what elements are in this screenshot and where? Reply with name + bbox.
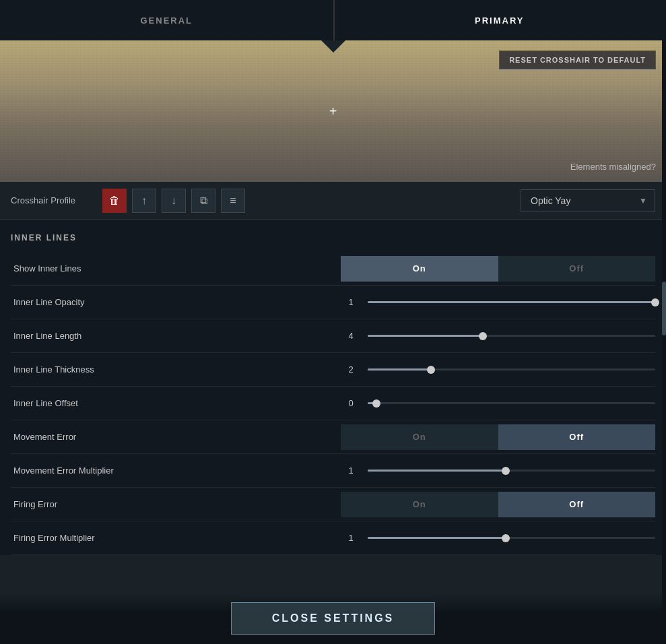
- slider-value-movement-error-multiplier: 1: [341, 465, 361, 476]
- settings-body: INNER LINES Show Inner LinesOnOffInner L…: [0, 220, 666, 555]
- slider-thumb-inner-line-offset[interactable]: [372, 399, 380, 408]
- control-inner-line-offset: 0: [341, 398, 655, 408]
- setting-row-movement-error-multiplier: Movement Error Multiplier1: [11, 454, 655, 488]
- slider-track-firing-error-multiplier[interactable]: [368, 537, 655, 539]
- slider-value-inner-line-length: 4: [341, 331, 361, 341]
- crosshair-preview: + RESET CROSSHAIR TO DEFAULT Elements mi…: [0, 40, 666, 182]
- scrollbar-thumb[interactable]: [662, 282, 666, 335]
- slider-value-inner-line-thickness: 2: [341, 364, 361, 375]
- slider-thumb-firing-error-multiplier[interactable]: [502, 534, 510, 542]
- delete-profile-button[interactable]: 🗑: [102, 189, 127, 213]
- copy-profile-button[interactable]: ⧉: [191, 189, 215, 213]
- control-show-inner-lines: OnOff: [341, 256, 655, 282]
- toggle-show-inner-lines-off[interactable]: Off: [498, 256, 656, 282]
- profile-bar: Crosshair Profile 🗑 ↑ ↓ ⧉ ≡ Optic Yay ▼: [0, 182, 666, 220]
- slider-fill-firing-error-multiplier: [368, 537, 506, 539]
- control-inner-line-thickness: 2: [341, 364, 655, 375]
- download-profile-button[interactable]: ↓: [162, 189, 186, 213]
- profile-select-wrapper: Optic Yay ▼: [521, 189, 655, 212]
- tabs-bar: GENERAL PRIMARY: [0, 0, 666, 40]
- settings-rows: Show Inner LinesOnOffInner Line Opacity1…: [11, 252, 655, 555]
- profile-select[interactable]: Optic Yay: [521, 189, 655, 212]
- control-movement-error: OnOff: [341, 424, 655, 450]
- slider-fill-movement-error-multiplier: [368, 470, 506, 472]
- label-firing-error-multiplier: Firing Error Multiplier: [11, 533, 341, 543]
- upload-icon: ↑: [141, 195, 147, 207]
- slider-track-inner-line-offset[interactable]: [368, 402, 655, 404]
- slider-fill-inner-line-opacity: [368, 301, 655, 303]
- label-inner-line-opacity: Inner Line Opacity: [11, 297, 341, 307]
- profile-label: Crosshair Profile: [11, 195, 92, 205]
- crosshair-symbol: +: [329, 104, 337, 119]
- control-movement-error-multiplier: 1: [341, 465, 655, 476]
- setting-row-inner-line-length: Inner Line Length4: [11, 319, 655, 353]
- section-title-inner-lines: INNER LINES: [11, 233, 655, 243]
- close-button-wrapper: CLOSE SETTINGS: [0, 593, 666, 644]
- setting-row-firing-error-multiplier: Firing Error Multiplier1: [11, 521, 655, 555]
- tab-active-indicator: [321, 40, 345, 53]
- slider-thumb-inner-line-length[interactable]: [479, 332, 487, 340]
- slider-track-movement-error-multiplier[interactable]: [368, 470, 655, 472]
- toggle-movement-error-on[interactable]: On: [341, 424, 498, 450]
- control-firing-error: OnOff: [341, 492, 655, 517]
- label-inner-line-thickness: Inner Line Thickness: [11, 364, 341, 375]
- copy-icon: ⧉: [200, 195, 207, 207]
- slider-fill-inner-line-thickness: [368, 368, 431, 371]
- setting-row-inner-line-thickness: Inner Line Thickness2: [11, 353, 655, 387]
- scrollbar-track[interactable]: [662, 40, 666, 644]
- toggle-firing-error-off[interactable]: Off: [498, 492, 656, 517]
- label-inner-line-offset: Inner Line Offset: [11, 398, 341, 408]
- slider-value-inner-line-offset: 0: [341, 398, 361, 408]
- label-firing-error: Firing Error: [11, 499, 341, 509]
- control-inner-line-length: 4: [341, 331, 655, 341]
- toggle-firing-error-on[interactable]: On: [341, 492, 498, 517]
- slider-track-inner-line-opacity[interactable]: [368, 301, 655, 303]
- close-settings-button[interactable]: CLOSE SETTINGS: [231, 602, 436, 635]
- slider-fill-inner-line-length: [368, 335, 483, 337]
- import-icon: ≡: [230, 195, 236, 207]
- slider-track-inner-line-thickness[interactable]: [368, 368, 655, 371]
- slider-thumb-inner-line-opacity[interactable]: [651, 298, 659, 307]
- reset-crosshair-button[interactable]: RESET CROSSHAIR TO DEFAULT: [499, 51, 656, 69]
- import-profile-button[interactable]: ≡: [221, 189, 245, 213]
- slider-value-inner-line-opacity: 1: [341, 297, 361, 307]
- setting-row-inner-line-opacity: Inner Line Opacity1: [11, 286, 655, 319]
- label-movement-error: Movement Error: [11, 432, 341, 442]
- slider-value-firing-error-multiplier: 1: [341, 533, 361, 543]
- slider-track-inner-line-length[interactable]: [368, 335, 655, 337]
- misaligned-text: Elements misaligned?: [570, 162, 656, 172]
- label-show-inner-lines: Show Inner Lines: [11, 263, 341, 273]
- toggle-movement-error-off[interactable]: Off: [498, 424, 656, 450]
- toggle-show-inner-lines-on[interactable]: On: [341, 256, 498, 282]
- slider-thumb-inner-line-thickness[interactable]: [427, 366, 435, 374]
- toggle-group-movement-error: OnOff: [341, 424, 655, 450]
- setting-row-firing-error: Firing ErrorOnOff: [11, 488, 655, 521]
- toggle-group-show-inner-lines: OnOff: [341, 256, 655, 282]
- setting-row-inner-line-offset: Inner Line Offset0: [11, 387, 655, 420]
- upload-profile-button[interactable]: ↑: [132, 189, 156, 213]
- label-inner-line-length: Inner Line Length: [11, 331, 341, 341]
- toggle-group-firing-error: OnOff: [341, 492, 655, 517]
- slider-thumb-movement-error-multiplier[interactable]: [502, 467, 510, 475]
- tab-primary[interactable]: PRIMARY: [333, 0, 667, 40]
- delete-icon: 🗑: [109, 195, 120, 207]
- setting-row-show-inner-lines: Show Inner LinesOnOff: [11, 252, 655, 286]
- tab-general[interactable]: GENERAL: [0, 0, 333, 40]
- download-icon: ↓: [171, 195, 176, 207]
- control-inner-line-opacity: 1: [341, 297, 655, 307]
- control-firing-error-multiplier: 1: [341, 533, 655, 543]
- label-movement-error-multiplier: Movement Error Multiplier: [11, 465, 341, 476]
- setting-row-movement-error: Movement ErrorOnOff: [11, 420, 655, 454]
